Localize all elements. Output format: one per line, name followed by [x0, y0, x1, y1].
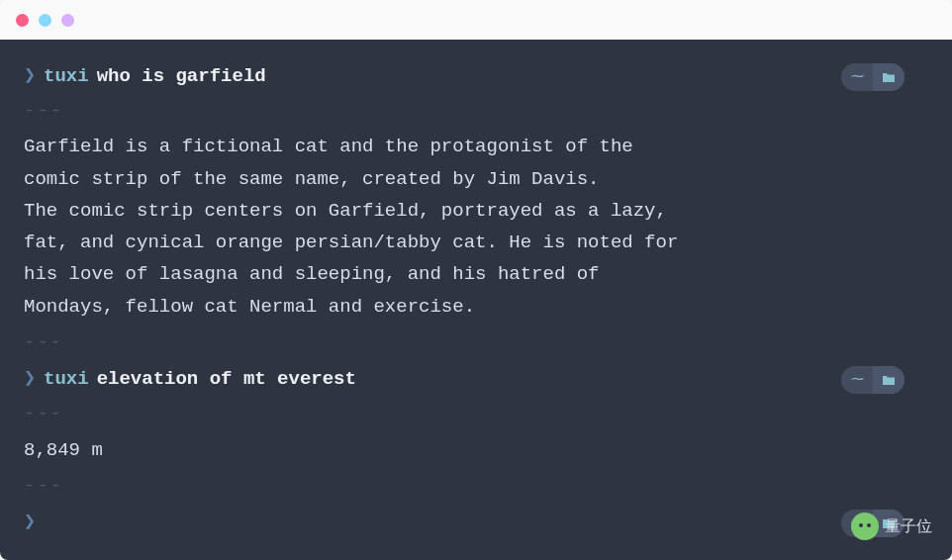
command-args: who is garfield: [97, 60, 266, 92]
watermark-logo-icon: [851, 513, 879, 540]
output-separator-close: ---: [24, 470, 928, 502]
prompt-line: ❯ tuxi who is garfield: [24, 59, 928, 93]
terminal-body[interactable]: ⁓ ❯ tuxi who is garfield --- Garfield is…: [0, 40, 952, 560]
minimize-button[interactable]: [39, 14, 51, 27]
prompt-chevron-icon: ❯: [24, 59, 36, 93]
output-separator: ---: [24, 398, 928, 429]
command-args: elevation of mt everest: [97, 363, 356, 395]
command-name: tuxi: [44, 60, 89, 92]
close-button[interactable]: [16, 14, 29, 27]
prompt-line: ❯ tuxi elevation of mt everest: [24, 362, 928, 396]
maximize-button[interactable]: [61, 14, 74, 27]
terminal-window: ⁓ ❯ tuxi who is garfield --- Garfield is…: [0, 0, 952, 560]
watermark-text: 量子位: [885, 513, 932, 539]
command-output: Garfield is a fictional cat and the prot…: [24, 131, 928, 323]
command-block-1: ⁓ ❯ tuxi who is garfield --- Garfield is…: [24, 59, 928, 358]
window-titlebar: [0, 0, 952, 40]
output-separator: ---: [24, 95, 928, 127]
prompt-chevron-icon: ❯: [24, 506, 36, 539]
command-block-2: ⁓ ❯ tuxi elevation of mt everest --- 8,8…: [24, 362, 928, 502]
prompt-line[interactable]: ❯: [24, 506, 928, 539]
command-block-3: ⁓ ❯: [24, 506, 928, 539]
watermark: 量子位: [851, 513, 932, 540]
output-separator-close: ---: [24, 327, 928, 358]
command-output: 8,849 m: [24, 434, 928, 466]
command-name: tuxi: [44, 363, 89, 395]
prompt-chevron-icon: ❯: [24, 362, 36, 396]
